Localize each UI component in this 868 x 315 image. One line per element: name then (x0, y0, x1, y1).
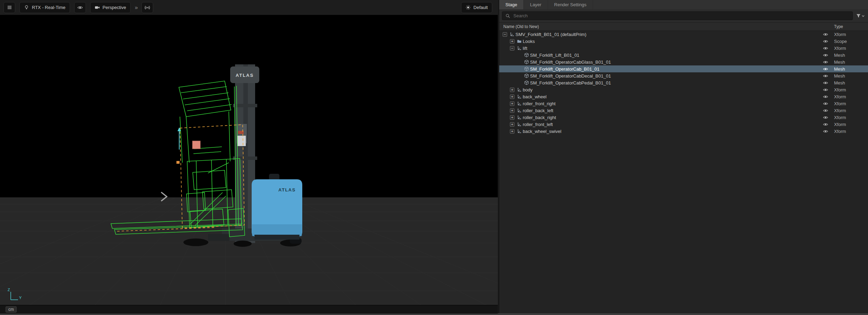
viewport-statusbar: cm (0, 305, 498, 314)
tree-row-roller-back-right[interactable]: + roller_back_right Xform (499, 114, 868, 121)
tree-row-mesh[interactable]: SM_Forklift_OperatorCabGlass_B01_01 Mesh (499, 58, 868, 65)
visibility-eye-icon[interactable] (823, 53, 832, 58)
expand-toggle[interactable]: + (510, 88, 514, 92)
toolbar-overflow-chevron[interactable]: » (135, 4, 137, 11)
tab-layer[interactable]: Layer (524, 0, 548, 9)
body-brand-label: ATLAS (278, 187, 296, 192)
xform-icon (517, 115, 523, 120)
prim-name: SM_Forklift_OperatorCabGlass_B01_01 (530, 60, 823, 65)
visibility-eye-icon[interactable] (823, 94, 832, 99)
visibility-menu-button[interactable] (74, 2, 86, 13)
audio-waves-button[interactable] (141, 2, 153, 13)
lighting-preset-label: Default (474, 5, 488, 10)
lighting-preset-button[interactable]: Default (461, 2, 492, 13)
prim-name: roller_back_right (523, 115, 823, 120)
prim-name: SM_Forklift_OperatorCabPedal_B01_01 (530, 80, 823, 86)
expand-toggle[interactable]: + (510, 108, 514, 113)
prim-type: Xform (832, 94, 868, 99)
collapse-toggle[interactable]: − (510, 46, 514, 51)
tree-row-root[interactable]: − SMV_Forklift_B01_01 (defaultPrim) Xfor… (499, 31, 868, 38)
filter-button[interactable] (854, 13, 866, 18)
stage-search-row (499, 9, 868, 22)
mesh-icon (524, 66, 530, 71)
visibility-eye-icon[interactable] (823, 122, 832, 127)
search-box[interactable] (502, 11, 853, 20)
renderer-label: RTX - Real-Time (32, 5, 66, 10)
prim-name: SM_Forklift_Lift_B01_01 (530, 53, 823, 58)
prim-type: Mesh (832, 53, 868, 58)
sun-icon (466, 5, 471, 10)
tree-row-mesh[interactable]: SM_Forklift_OperatorCabPedal_B01_01 Mesh (499, 79, 868, 86)
prim-type: Xform (832, 122, 868, 127)
tree-row-roller-front-left[interactable]: + roller_front_left Xform (499, 121, 868, 128)
camera-icon (95, 5, 100, 10)
waves-icon (145, 5, 150, 10)
expand-toggle[interactable]: + (510, 129, 514, 134)
pivot-handle[interactable] (192, 141, 200, 149)
mesh-icon (524, 53, 530, 57)
visibility-eye-icon[interactable] (823, 39, 832, 44)
prim-type: Mesh (832, 80, 868, 86)
visibility-eye-icon[interactable] (823, 73, 832, 79)
expand-toggle[interactable]: + (510, 39, 514, 44)
tab-render-settings[interactable]: Render Settings (548, 0, 593, 9)
lightbulb-icon (24, 5, 29, 10)
visibility-eye-icon[interactable] (823, 60, 832, 65)
camera-menu-button[interactable]: Perspective (90, 2, 131, 13)
xform-icon (517, 101, 523, 106)
viewport[interactable]: ATLAS ATLAS (0, 0, 498, 313)
tree-row-selected[interactable]: SM_Forklift_OperatorCab_B01_01 Mesh (499, 65, 868, 72)
hamburger-menu-icon (7, 5, 12, 10)
tree-row-mesh[interactable]: SM_Forklift_Lift_B01_01 Mesh (499, 52, 868, 58)
xform-icon (517, 46, 523, 51)
units-badge[interactable]: cm (6, 306, 17, 313)
tree-row-lift[interactable]: − lift Xform (499, 45, 868, 52)
visibility-eye-icon[interactable] (823, 80, 832, 86)
tree-row-body[interactable]: + body Xform (499, 86, 868, 93)
column-name-header[interactable]: Name (Old to New) (499, 24, 823, 29)
search-input[interactable] (513, 13, 849, 19)
tree-row-looks[interactable]: + Looks Scope (499, 38, 868, 45)
prim-type: Xform (832, 101, 868, 106)
expand-toggle[interactable]: + (510, 101, 514, 106)
visibility-eye-icon[interactable] (823, 87, 832, 92)
expand-toggle[interactable]: + (510, 94, 514, 99)
prim-type: Xform (832, 129, 868, 134)
tab-stage[interactable]: Stage (499, 0, 524, 9)
prim-name: Looks (523, 39, 823, 44)
prim-type: Mesh (832, 73, 868, 79)
collapse-toggle[interactable]: − (503, 32, 507, 37)
tree-row-back-wheel-swivel[interactable]: + back_wheel_swivel Xform (499, 128, 868, 135)
xform-icon (517, 122, 523, 127)
prim-name: roller_back_left (523, 108, 823, 113)
viewport-options-button[interactable] (3, 2, 15, 13)
visibility-eye-icon[interactable] (823, 129, 832, 134)
xform-icon (510, 32, 515, 37)
visibility-eye-icon[interactable] (823, 101, 832, 106)
funnel-icon (856, 13, 861, 18)
prim-type: Mesh (832, 66, 868, 72)
prim-type: Xform (832, 32, 868, 37)
tree-row-back-wheel[interactable]: + back_wheel Xform (499, 93, 868, 100)
visibility-eye-icon[interactable] (823, 108, 832, 113)
expand-toggle[interactable]: + (510, 122, 514, 127)
viewport-toolbar: RTX - Real-Time Perspective » Default (0, 0, 498, 15)
expand-toggle[interactable]: + (510, 115, 514, 120)
mesh-icon (524, 73, 530, 78)
visibility-eye-icon[interactable] (823, 46, 832, 51)
eye-icon (77, 5, 83, 10)
prim-name: roller_front_left (523, 122, 823, 127)
renderer-menu-button[interactable]: RTX - Real-Time (19, 2, 70, 13)
tree-row-roller-back-left[interactable]: + roller_back_left Xform (499, 107, 868, 114)
viewport-canvas[interactable]: ATLAS ATLAS (0, 0, 498, 313)
prim-type: Scope (832, 39, 868, 44)
tree-row-roller-front-right[interactable]: + roller_front_right Xform (499, 100, 868, 107)
prim-name: SMV_Forklift_B01_01 (defaultPrim) (515, 32, 823, 37)
visibility-eye-icon[interactable] (823, 115, 832, 120)
visibility-eye-icon[interactable] (823, 32, 832, 37)
visibility-eye-icon[interactable] (823, 66, 832, 72)
chevron-down-icon (862, 15, 865, 17)
column-type-header[interactable]: Type (832, 24, 868, 29)
tree-row-mesh[interactable]: SM_Forklift_OperatorCabDecal_B01_01 Mesh (499, 72, 868, 79)
search-icon (505, 14, 510, 18)
